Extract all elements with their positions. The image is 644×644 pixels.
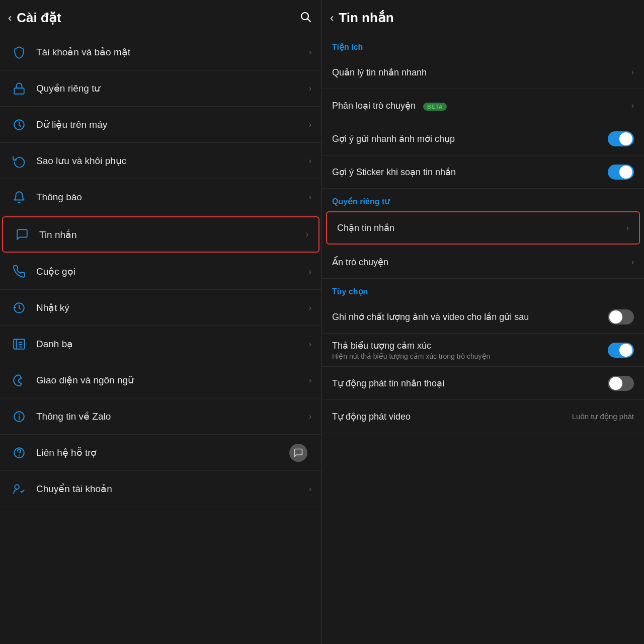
- menu-item-label: Thông tin về Zalo: [36, 411, 309, 422]
- toggle-goi-y-sticker[interactable]: [608, 165, 634, 180]
- refresh-icon: [10, 152, 28, 170]
- menu-item-tai-khoan[interactable]: Tài khoản và bảo mật ›: [0, 34, 321, 70]
- menu-item-label: Chuyển tài khoản: [36, 483, 309, 495]
- message-icon: [13, 225, 31, 244]
- chevron-icon: ›: [631, 68, 634, 77]
- right-menu-label: Ghi nhớ chất lượng ảnh và video cho lần …: [332, 311, 608, 323]
- right-menu-label: Phân loại trò chuyện BETA: [332, 100, 631, 111]
- menu-item-label: Thông báo: [36, 192, 309, 203]
- menu-item-label: Dữ liệu trên máy: [36, 119, 309, 130]
- toggle-knob: [609, 377, 622, 390]
- menu-item-danh-ba[interactable]: Danh bạ ›: [0, 326, 321, 362]
- palette-icon: [10, 371, 28, 389]
- right-menu-item-ghi-nho[interactable]: Ghi nhớ chất lượng ảnh và video cho lần …: [322, 300, 644, 334]
- toggle-tu-dong-thoai[interactable]: [608, 376, 634, 391]
- right-menu-item-goi-y-anh[interactable]: Gợi ý gửi nhanh ảnh mới chụp: [322, 122, 644, 155]
- toggle-knob: [619, 132, 632, 145]
- info-icon: [10, 408, 28, 426]
- clock-icon: [10, 116, 28, 134]
- menu-item-du-lieu[interactable]: Dữ liệu trên máy ›: [0, 107, 321, 143]
- right-menu-item-an-tro-chuyen[interactable]: Ẩn trò chuyện ›: [322, 246, 644, 279]
- right-menu-item-phan-loai[interactable]: Phân loại trò chuyện BETA ›: [322, 89, 644, 122]
- menu-item-thong-bao[interactable]: Thông báo ›: [0, 179, 321, 215]
- menu-item-giao-dien[interactable]: Giao diện và ngôn ngữ ›: [0, 362, 321, 398]
- toggle-goi-y-anh[interactable]: [608, 131, 634, 146]
- right-menu-item-tha-bieu-tuong[interactable]: Thả biểu tượng cảm xúc Hiện nút thả biểu…: [322, 334, 644, 367]
- chevron-icon: ›: [306, 230, 308, 239]
- section-title-quyen-rieng-tu: Quyền riêng tư: [322, 189, 644, 210]
- left-header-title: Cài đặt: [17, 10, 61, 26]
- menu-item-label: Tin nhắn: [39, 229, 306, 240]
- svg-rect-2: [14, 88, 24, 94]
- menu-item-label: Quyền riêng tư: [36, 83, 309, 94]
- right-menu-item-chan-tin-nhan[interactable]: Chặn tin nhắn ›: [326, 211, 640, 245]
- left-menu-list: Tài khoản và bảo mật › Quyền riêng tư › …: [0, 34, 321, 644]
- menu-item-nhat-ky[interactable]: Nhật ký ›: [0, 290, 321, 326]
- chevron-icon: ›: [309, 48, 311, 57]
- right-panel: ‹ Tin nhắn Tiện ích Quản lý tin nhắn nha…: [322, 0, 644, 644]
- right-menu-label: Chặn tin nhắn: [337, 222, 626, 233]
- toggle-tha-bieu-tuong[interactable]: [608, 343, 634, 358]
- beta-badge: BETA: [423, 103, 447, 111]
- bell-icon: [10, 188, 28, 206]
- right-menu-label: Tự động phát video: [332, 411, 572, 422]
- right-menu-label: Gợi ý Sticker khi soạn tin nhắn: [332, 167, 608, 178]
- right-menu-item-tu-dong-thoai[interactable]: Tự động phát tin nhắn thoại: [322, 367, 644, 400]
- section-title-tuy-chon: Tùy chọn: [322, 279, 644, 300]
- menu-item-tin-nhan[interactable]: Tin nhắn ›: [2, 216, 319, 253]
- contacts-icon: [10, 335, 28, 353]
- menu-item-cuoc-goi[interactable]: Cuộc gọi ›: [0, 254, 321, 290]
- chevron-icon: ›: [309, 267, 311, 276]
- shield-icon: [10, 43, 28, 61]
- chevron-icon: ›: [309, 340, 311, 349]
- right-menu-item-quan-ly[interactable]: Quản lý tin nhắn nhanh ›: [322, 56, 644, 89]
- menu-item-label: Cuộc gọi: [36, 266, 309, 277]
- chevron-icon: ›: [309, 156, 311, 166]
- menu-item-label: Danh bạ: [36, 338, 309, 350]
- menu-item-thong-tin[interactable]: Thông tin về Zalo ›: [0, 398, 321, 435]
- right-menu-label: Ẩn trò chuyện: [332, 257, 631, 268]
- toggle-ghi-nho[interactable]: [608, 309, 634, 325]
- menu-item-label: Tài khoản và bảo mật: [36, 46, 309, 58]
- chevron-icon: ›: [309, 84, 311, 93]
- toggle-knob: [619, 344, 632, 357]
- menu-item-quyen-rieng-tu[interactable]: Quyền riêng tư ›: [0, 70, 321, 107]
- right-menu-label-sub: Thả biểu tượng cảm xúc Hiện nút thả biểu…: [332, 340, 608, 360]
- svg-line-1: [308, 19, 311, 22]
- section-quyen-rieng-tu: Quyền riêng tư Chặn tin nhắn › Ẩn trò ch…: [322, 189, 644, 279]
- svg-point-16: [15, 485, 19, 489]
- help-icon: [10, 444, 28, 462]
- menu-item-sao-luu[interactable]: Sao lưu và khôi phục ›: [0, 143, 321, 179]
- back-button[interactable]: ‹: [8, 12, 12, 25]
- svg-rect-6: [14, 339, 25, 349]
- lock-icon: [10, 79, 28, 98]
- right-menu-label: Tự động phát tin nhắn thoại: [332, 378, 608, 389]
- chevron-icon: ›: [309, 485, 311, 494]
- menu-item-lien-he[interactable]: Liên hệ hỗ trợ: [0, 435, 321, 471]
- history-icon: [10, 299, 28, 317]
- main-text: Thả biểu tượng cảm xúc: [332, 340, 608, 351]
- search-button[interactable]: [299, 11, 311, 26]
- menu-item-label: Nhật ký: [36, 302, 309, 313]
- right-menu-label: Gợi ý gửi nhanh ảnh mới chụp: [332, 133, 608, 144]
- chevron-icon: ›: [631, 101, 634, 110]
- right-menu-item-goi-y-sticker[interactable]: Gợi ý Sticker khi soạn tin nhắn: [322, 155, 644, 189]
- right-header-title: Tin nhắn: [339, 10, 393, 26]
- section-tien-ich: Tiện ích Quản lý tin nhắn nhanh › Phân l…: [322, 34, 644, 189]
- section-title-tien-ich: Tiện ích: [322, 34, 644, 56]
- chevron-icon: ›: [626, 223, 629, 232]
- menu-item-label: Liên hệ hỗ trợ: [36, 447, 289, 458]
- chevron-icon: ›: [309, 120, 311, 129]
- switch-user-icon: [10, 480, 28, 498]
- right-back-button[interactable]: ‹: [330, 12, 334, 25]
- toggle-knob: [609, 310, 622, 324]
- menu-item-label: Giao diện và ngôn ngữ: [36, 374, 309, 386]
- right-menu-item-tu-dong-video[interactable]: Tự động phát video Luôn tự động phát: [322, 400, 644, 433]
- menu-item-chuyen-tai-khoan[interactable]: Chuyển tài khoản ›: [0, 471, 321, 507]
- section-tuy-chon: Tùy chọn Ghi nhớ chất lượng ảnh và video…: [322, 279, 644, 433]
- chevron-icon: ›: [309, 376, 311, 385]
- chevron-icon: ›: [309, 303, 311, 312]
- right-menu-label: Quản lý tin nhắn nhanh: [332, 67, 631, 78]
- menu-item-label: Sao lưu và khôi phục: [36, 155, 309, 167]
- phone-icon: [10, 263, 28, 281]
